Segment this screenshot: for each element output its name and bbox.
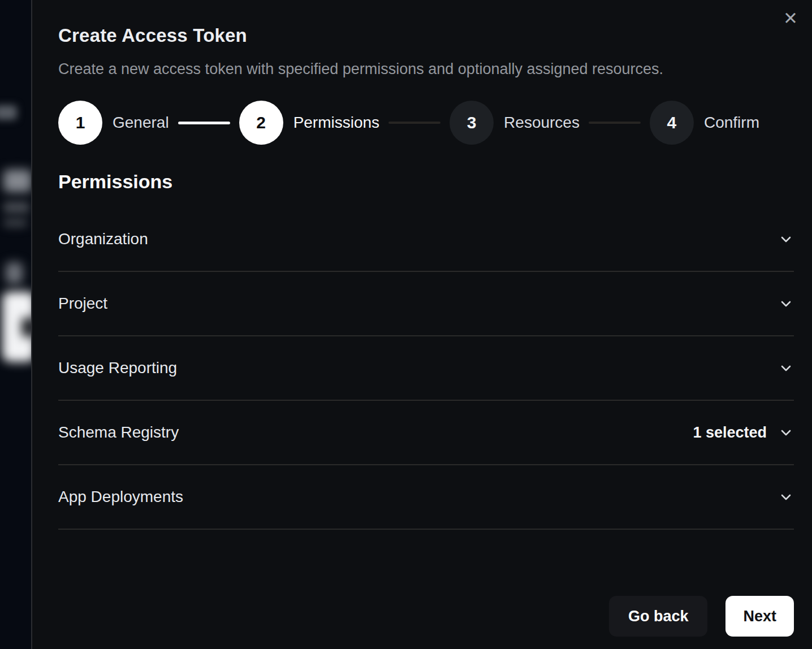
permission-row-schema-registry[interactable]: Schema Registry 1 selected: [58, 401, 794, 465]
close-icon: ✕: [783, 10, 798, 27]
selection-count: 1 selected: [693, 424, 767, 442]
blurred-icon: [6, 262, 23, 284]
blurred-card: [2, 292, 31, 362]
create-access-token-dialog: ✕ Create Access Token Create a new acces…: [31, 0, 812, 649]
step-resources[interactable]: 3 Resources: [450, 101, 580, 145]
step-connector: [388, 122, 440, 124]
step-number-badge: 2: [239, 101, 283, 145]
step-label: Confirm: [704, 114, 759, 132]
dialog-title: Create Access Token: [58, 25, 794, 46]
step-label: General: [113, 114, 169, 132]
step-number-badge: 1: [58, 101, 102, 145]
permission-row-label: Organization: [58, 230, 148, 248]
step-label: Permissions: [293, 114, 379, 132]
wizard-stepper: 1 General 2 Permissions 3 Resources 4 Co…: [58, 101, 794, 145]
step-number-badge: 3: [450, 101, 494, 145]
blurred-text: [3, 201, 29, 214]
chevron-down-icon[interactable]: [778, 425, 794, 440]
permission-row-label: Schema Registry: [58, 423, 179, 442]
step-confirm[interactable]: 4 Confirm: [650, 101, 759, 145]
blurred-chip: [0, 105, 17, 120]
permission-row-label: Project: [58, 295, 107, 313]
step-label: Resources: [504, 114, 580, 132]
chevron-down-icon[interactable]: [778, 360, 794, 376]
background-page: [0, 0, 31, 649]
dialog-subtitle: Create a new access token with specified…: [58, 60, 794, 78]
next-button[interactable]: Next: [725, 596, 794, 637]
chevron-down-icon[interactable]: [778, 231, 794, 247]
chevron-down-icon[interactable]: [778, 296, 794, 311]
permission-row-organization[interactable]: Organization: [58, 207, 794, 272]
step-connector: [178, 122, 230, 124]
blurred-card-mark: [21, 318, 31, 337]
permission-row-app-deployments[interactable]: App Deployments: [58, 465, 794, 530]
section-heading-permissions: Permissions: [58, 171, 794, 193]
close-button[interactable]: ✕: [777, 5, 804, 32]
step-general[interactable]: 1 General: [58, 101, 169, 145]
blurred-text: [3, 218, 27, 227]
permissions-list: Organization Project Usage Reporting Sch…: [58, 207, 794, 530]
permission-row-project[interactable]: Project: [58, 272, 794, 336]
blurred-text: [3, 170, 31, 192]
go-back-button[interactable]: Go back: [609, 596, 708, 637]
chevron-down-icon[interactable]: [778, 489, 794, 505]
dialog-footer: Go back Next: [58, 596, 794, 637]
step-connector: [589, 122, 641, 124]
permission-row-label: App Deployments: [58, 488, 183, 506]
permission-row-usage-reporting[interactable]: Usage Reporting: [58, 336, 794, 401]
permission-row-label: Usage Reporting: [58, 359, 177, 377]
step-number-badge: 4: [650, 101, 694, 145]
step-permissions[interactable]: 2 Permissions: [239, 101, 379, 145]
